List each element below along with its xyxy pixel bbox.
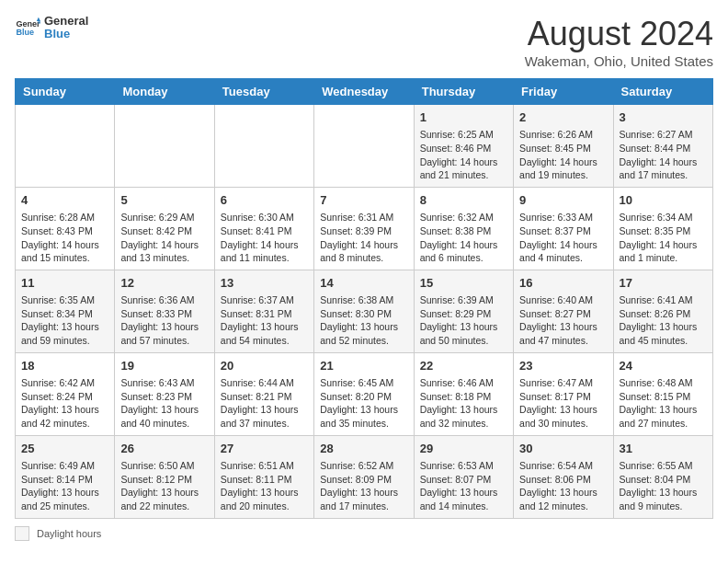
day-info: Sunrise: 6:40 AM Sunset: 8:27 PM Dayligh… bbox=[519, 293, 607, 348]
page-title: August 2024 bbox=[525, 15, 713, 53]
day-number: 5 bbox=[120, 192, 208, 209]
column-header-friday: Friday bbox=[514, 79, 613, 105]
day-number: 10 bbox=[620, 192, 707, 209]
calendar-cell: 11Sunrise: 6:35 AM Sunset: 8:34 PM Dayli… bbox=[16, 270, 115, 352]
day-number: 23 bbox=[519, 358, 607, 374]
day-info: Sunrise: 6:29 AM Sunset: 8:42 PM Dayligh… bbox=[120, 211, 208, 265]
calendar-cell: 17Sunrise: 6:41 AM Sunset: 8:26 PM Dayli… bbox=[613, 270, 712, 352]
column-header-monday: Monday bbox=[115, 79, 214, 105]
daylight-label: Daylight hours bbox=[37, 528, 101, 539]
day-info: Sunrise: 6:54 AM Sunset: 8:06 PM Dayligh… bbox=[519, 459, 607, 513]
day-number: 8 bbox=[420, 192, 507, 209]
logo-general-text: General bbox=[44, 15, 88, 28]
day-info: Sunrise: 6:42 AM Sunset: 8:24 PM Dayligh… bbox=[21, 376, 108, 431]
day-number: 16 bbox=[519, 275, 607, 292]
day-info: Sunrise: 6:50 AM Sunset: 8:12 PM Dayligh… bbox=[120, 459, 208, 513]
day-number: 1 bbox=[420, 109, 507, 126]
day-info: Sunrise: 6:48 AM Sunset: 8:15 PM Dayligh… bbox=[620, 376, 707, 431]
svg-text:Blue: Blue bbox=[16, 29, 34, 38]
day-number: 19 bbox=[120, 358, 208, 374]
calendar-cell: 20Sunrise: 6:44 AM Sunset: 8:21 PM Dayli… bbox=[214, 352, 313, 435]
svg-text:General: General bbox=[16, 19, 40, 29]
day-info: Sunrise: 6:28 AM Sunset: 8:43 PM Dayligh… bbox=[21, 211, 108, 265]
day-number: 3 bbox=[620, 109, 707, 126]
day-number: 11 bbox=[21, 275, 108, 292]
day-number: 18 bbox=[21, 358, 108, 374]
logo-blue-text: Blue bbox=[44, 28, 88, 40]
calendar-cell: 10Sunrise: 6:34 AM Sunset: 8:35 PM Dayli… bbox=[613, 187, 712, 270]
calendar-cell bbox=[214, 105, 313, 188]
logo-icon: General Blue bbox=[15, 15, 40, 40]
title-area: August 2024 Wakeman, Ohio, United States bbox=[525, 15, 713, 69]
calendar-cell: 18Sunrise: 6:42 AM Sunset: 8:24 PM Dayli… bbox=[16, 352, 115, 435]
calendar-cell: 15Sunrise: 6:39 AM Sunset: 8:29 PM Dayli… bbox=[414, 270, 513, 352]
calendar-cell: 9Sunrise: 6:33 AM Sunset: 8:37 PM Daylig… bbox=[514, 187, 613, 270]
calendar-cell: 5Sunrise: 6:29 AM Sunset: 8:42 PM Daylig… bbox=[115, 187, 214, 270]
day-number: 20 bbox=[221, 358, 308, 374]
calendar-cell bbox=[16, 105, 115, 188]
day-number: 31 bbox=[620, 441, 707, 457]
calendar-cell: 8Sunrise: 6:32 AM Sunset: 8:38 PM Daylig… bbox=[414, 187, 513, 270]
day-info: Sunrise: 6:46 AM Sunset: 8:18 PM Dayligh… bbox=[420, 376, 507, 431]
calendar-cell bbox=[314, 105, 414, 188]
svg-marker-3 bbox=[38, 21, 40, 24]
day-number: 12 bbox=[120, 275, 208, 292]
calendar-cell: 29Sunrise: 6:53 AM Sunset: 8:07 PM Dayli… bbox=[414, 435, 513, 518]
day-info: Sunrise: 6:38 AM Sunset: 8:30 PM Dayligh… bbox=[320, 293, 407, 348]
day-number: 29 bbox=[420, 441, 507, 457]
page-subtitle: Wakeman, Ohio, United States bbox=[525, 53, 713, 69]
day-info: Sunrise: 6:31 AM Sunset: 8:39 PM Dayligh… bbox=[320, 211, 407, 265]
daylight-box-icon bbox=[15, 526, 29, 541]
day-number: 13 bbox=[221, 275, 308, 292]
calendar-cell: 27Sunrise: 6:51 AM Sunset: 8:11 PM Dayli… bbox=[214, 435, 313, 518]
day-info: Sunrise: 6:43 AM Sunset: 8:23 PM Dayligh… bbox=[120, 376, 208, 431]
day-info: Sunrise: 6:27 AM Sunset: 8:44 PM Dayligh… bbox=[620, 128, 707, 182]
calendar-cell: 31Sunrise: 6:55 AM Sunset: 8:04 PM Dayli… bbox=[613, 435, 712, 518]
day-number: 4 bbox=[21, 192, 108, 209]
day-number: 21 bbox=[320, 358, 407, 374]
day-info: Sunrise: 6:34 AM Sunset: 8:35 PM Dayligh… bbox=[620, 211, 707, 265]
day-info: Sunrise: 6:47 AM Sunset: 8:17 PM Dayligh… bbox=[519, 376, 607, 431]
day-number: 17 bbox=[620, 275, 707, 292]
day-info: Sunrise: 6:45 AM Sunset: 8:20 PM Dayligh… bbox=[320, 376, 407, 431]
day-info: Sunrise: 6:32 AM Sunset: 8:38 PM Dayligh… bbox=[420, 211, 507, 265]
day-info: Sunrise: 6:44 AM Sunset: 8:21 PM Dayligh… bbox=[221, 376, 308, 431]
day-info: Sunrise: 6:36 AM Sunset: 8:33 PM Dayligh… bbox=[120, 293, 208, 348]
column-header-wednesday: Wednesday bbox=[314, 79, 414, 105]
calendar-cell: 16Sunrise: 6:40 AM Sunset: 8:27 PM Dayli… bbox=[514, 270, 613, 352]
calendar-cell: 22Sunrise: 6:46 AM Sunset: 8:18 PM Dayli… bbox=[414, 352, 513, 435]
calendar-header: SundayMondayTuesdayWednesdayThursdayFrid… bbox=[16, 79, 713, 105]
day-number: 7 bbox=[320, 192, 407, 209]
day-info: Sunrise: 6:53 AM Sunset: 8:07 PM Dayligh… bbox=[420, 459, 507, 513]
column-header-tuesday: Tuesday bbox=[214, 79, 313, 105]
calendar-cell: 21Sunrise: 6:45 AM Sunset: 8:20 PM Dayli… bbox=[314, 352, 414, 435]
calendar-cell: 26Sunrise: 6:50 AM Sunset: 8:12 PM Dayli… bbox=[115, 435, 214, 518]
day-info: Sunrise: 6:37 AM Sunset: 8:31 PM Dayligh… bbox=[221, 293, 308, 348]
calendar-cell: 25Sunrise: 6:49 AM Sunset: 8:14 PM Dayli… bbox=[16, 435, 115, 518]
calendar-cell: 1Sunrise: 6:25 AM Sunset: 8:46 PM Daylig… bbox=[414, 105, 513, 188]
footer: Daylight hours bbox=[15, 526, 713, 541]
calendar-cell: 14Sunrise: 6:38 AM Sunset: 8:30 PM Dayli… bbox=[314, 270, 414, 352]
calendar-cell: 6Sunrise: 6:30 AM Sunset: 8:41 PM Daylig… bbox=[214, 187, 313, 270]
day-info: Sunrise: 6:33 AM Sunset: 8:37 PM Dayligh… bbox=[519, 211, 607, 265]
column-header-sunday: Sunday bbox=[16, 79, 115, 105]
calendar-cell: 30Sunrise: 6:54 AM Sunset: 8:06 PM Dayli… bbox=[514, 435, 613, 518]
day-info: Sunrise: 6:41 AM Sunset: 8:26 PM Dayligh… bbox=[620, 293, 707, 348]
day-info: Sunrise: 6:52 AM Sunset: 8:09 PM Dayligh… bbox=[320, 459, 407, 513]
calendar-cell: 19Sunrise: 6:43 AM Sunset: 8:23 PM Dayli… bbox=[115, 352, 214, 435]
day-number: 28 bbox=[320, 441, 407, 457]
day-number: 30 bbox=[519, 441, 607, 457]
day-number: 24 bbox=[620, 358, 707, 374]
calendar-cell: 23Sunrise: 6:47 AM Sunset: 8:17 PM Dayli… bbox=[514, 352, 613, 435]
column-header-thursday: Thursday bbox=[414, 79, 513, 105]
day-number: 27 bbox=[221, 441, 308, 457]
day-number: 14 bbox=[320, 275, 407, 292]
calendar-cell: 2Sunrise: 6:26 AM Sunset: 8:45 PM Daylig… bbox=[514, 105, 613, 188]
day-info: Sunrise: 6:26 AM Sunset: 8:45 PM Dayligh… bbox=[519, 128, 607, 182]
day-number: 6 bbox=[221, 192, 308, 209]
day-info: Sunrise: 6:35 AM Sunset: 8:34 PM Dayligh… bbox=[21, 293, 108, 348]
day-info: Sunrise: 6:55 AM Sunset: 8:04 PM Dayligh… bbox=[620, 459, 707, 513]
day-info: Sunrise: 6:51 AM Sunset: 8:11 PM Dayligh… bbox=[221, 459, 308, 513]
day-number: 15 bbox=[420, 275, 507, 292]
calendar-cell: 28Sunrise: 6:52 AM Sunset: 8:09 PM Dayli… bbox=[314, 435, 414, 518]
